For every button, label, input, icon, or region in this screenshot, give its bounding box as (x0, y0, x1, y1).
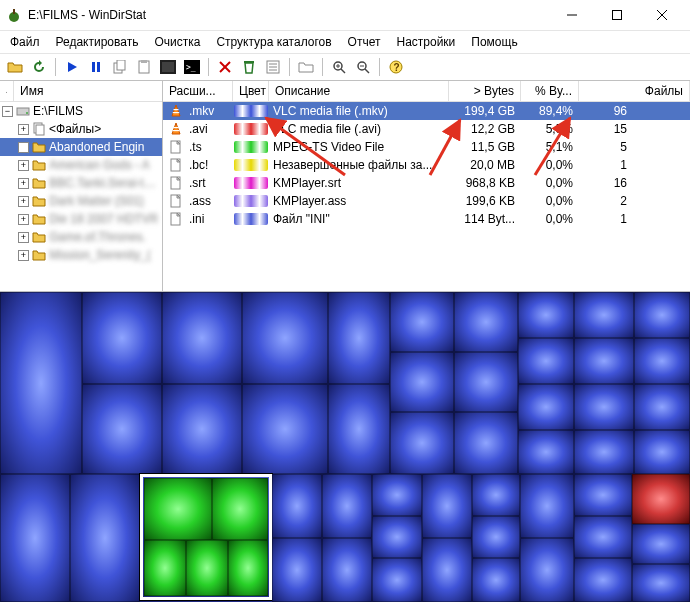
ext-row[interactable]: .bc!Незавершенные файлы за...20,0 MB0,0%… (163, 156, 690, 174)
header-files[interactable]: Файлы (579, 81, 690, 101)
ext-description: KMPlayer.srt (269, 176, 449, 190)
play-icon[interactable] (61, 56, 83, 78)
tree-header-name[interactable]: Имя (14, 81, 162, 101)
ext-percent: 0,0% (521, 212, 579, 226)
ext-percent: 5,1% (521, 140, 579, 154)
ext-row[interactable]: .aviVLC media file (.avi)12,2 GB5,5%15 (163, 120, 690, 138)
tree-item[interactable]: +Die 18 2007 HDTVR (0, 210, 162, 228)
properties-icon[interactable] (262, 56, 284, 78)
tree-item[interactable]: +Game.of.Thrones. (0, 228, 162, 246)
open-icon[interactable] (4, 56, 26, 78)
expand-icon[interactable]: + (18, 214, 29, 225)
directory-tree-pane: Имя − E:\FILMS + <Файлы> +Abandoned Engi… (0, 81, 163, 291)
tree-body[interactable]: − E:\FILMS + <Файлы> +Abandoned Engin+Am… (0, 102, 162, 291)
ext-description: KMPlayer.ass (269, 194, 449, 208)
ext-row[interactable]: .assKMPlayer.ass199,6 KB0,0%2 (163, 192, 690, 210)
header-extension[interactable]: Расши... (163, 81, 233, 101)
header-description[interactable]: Описание (269, 81, 449, 101)
tree-root-label: E:\FILMS (33, 104, 83, 118)
svg-rect-13 (162, 62, 174, 72)
empty-folder-icon[interactable] (295, 56, 317, 78)
toolbar: >_ ? (0, 53, 690, 81)
minimize-button[interactable] (549, 1, 594, 29)
ext-percent: 0,0% (521, 158, 579, 172)
tree-item[interactable]: +Abandoned Engin (0, 138, 162, 156)
expand-icon[interactable]: + (18, 250, 29, 261)
ext-row[interactable]: .iniФайл "INI"114 Byt...0,0%1 (163, 210, 690, 228)
zoom-in-icon[interactable] (328, 56, 350, 78)
svg-rect-18 (244, 61, 254, 63)
ext-color-swatch (233, 105, 269, 117)
help-icon[interactable]: ? (385, 56, 407, 78)
tree-item[interactable]: +Mission_Serenity_( (0, 246, 162, 264)
ext-color-swatch (233, 159, 269, 171)
files-icon (32, 122, 46, 136)
ext-name: .ass (187, 194, 233, 208)
expand-icon[interactable]: + (18, 196, 29, 207)
filetype-icon (169, 158, 183, 172)
ext-files: 16 (579, 176, 633, 190)
maximize-button[interactable] (594, 1, 639, 29)
tree-root[interactable]: − E:\FILMS (0, 102, 162, 120)
recycle-icon[interactable] (238, 56, 260, 78)
treemap-selection-highlight (140, 474, 272, 600)
menu-structure[interactable]: Структура каталогов (210, 33, 337, 51)
svg-rect-35 (36, 125, 44, 135)
main-panes: Имя − E:\FILMS + <Файлы> +Abandoned Engi… (0, 81, 690, 292)
tree-header: Имя (0, 81, 162, 102)
separator (322, 58, 323, 76)
ext-row[interactable]: .mkvVLC media file (.mkv)199,4 GB89,4%96 (163, 102, 690, 120)
ext-description: VLC media file (.mkv) (269, 104, 449, 118)
sort-indicator-icon[interactable] (0, 81, 14, 101)
pause-icon[interactable] (85, 56, 107, 78)
ext-body[interactable]: .mkvVLC media file (.mkv)199,4 GB89,4%96… (163, 102, 690, 291)
svg-text:?: ? (394, 62, 400, 73)
close-button[interactable] (639, 1, 684, 29)
ext-row[interactable]: .tsMPEG-TS Video File11,5 GB5,1%5 (163, 138, 690, 156)
menu-file[interactable]: Файл (4, 33, 46, 51)
copy-icon[interactable] (109, 56, 131, 78)
ext-name: .ts (187, 140, 233, 154)
cmd-icon[interactable]: >_ (181, 56, 203, 78)
tree-item-label: BBC.Tanki.Serai-t… (49, 176, 156, 190)
zoom-out-icon[interactable] (352, 56, 374, 78)
tree-item[interactable]: +American Gods - A (0, 156, 162, 174)
menu-settings[interactable]: Настройки (390, 33, 461, 51)
expand-icon[interactable]: + (18, 142, 29, 153)
delete-icon[interactable] (214, 56, 236, 78)
separator (289, 58, 290, 76)
clipboard-icon[interactable] (133, 56, 155, 78)
treemap[interactable] (0, 292, 690, 602)
ext-description: Файл "INI" (269, 212, 449, 226)
separator (208, 58, 209, 76)
expand-icon[interactable]: + (18, 232, 29, 243)
expand-icon[interactable]: + (18, 124, 29, 135)
drive-icon (16, 104, 30, 118)
menu-report[interactable]: Отчет (342, 33, 387, 51)
header-bytes[interactable]: > Bytes (449, 81, 521, 101)
expand-icon[interactable]: + (18, 160, 29, 171)
menu-cleanup[interactable]: Очистка (148, 33, 206, 51)
tree-item[interactable]: +Dark Matter (S01) (0, 192, 162, 210)
svg-rect-3 (612, 11, 621, 20)
tree-item-label: Dark Matter (S01) (49, 194, 144, 208)
explorer-icon[interactable] (157, 56, 179, 78)
folder-icon (32, 248, 46, 262)
header-percent[interactable]: % By... (521, 81, 579, 101)
folder-icon (32, 158, 46, 172)
ext-row[interactable]: .srtKMPlayer.srt968,8 KB0,0%16 (163, 174, 690, 192)
header-color[interactable]: Цвет (233, 81, 269, 101)
svg-rect-6 (92, 62, 95, 72)
menu-help[interactable]: Помощь (465, 33, 523, 51)
tree-files-node[interactable]: + <Файлы> (0, 120, 162, 138)
tree-files-label: <Файлы> (49, 122, 101, 136)
collapse-icon[interactable]: − (2, 106, 13, 117)
tree-item-label: Die 18 2007 HDTVR (49, 212, 158, 226)
menu-edit[interactable]: Редактировать (50, 33, 145, 51)
refresh-icon[interactable] (28, 56, 50, 78)
filetype-icon (169, 104, 183, 118)
tree-item[interactable]: +BBC.Tanki.Serai-t… (0, 174, 162, 192)
expand-icon[interactable]: + (18, 178, 29, 189)
ext-files: 96 (579, 104, 633, 118)
ext-header: Расши... Цвет Описание > Bytes % By... Ф… (163, 81, 690, 102)
